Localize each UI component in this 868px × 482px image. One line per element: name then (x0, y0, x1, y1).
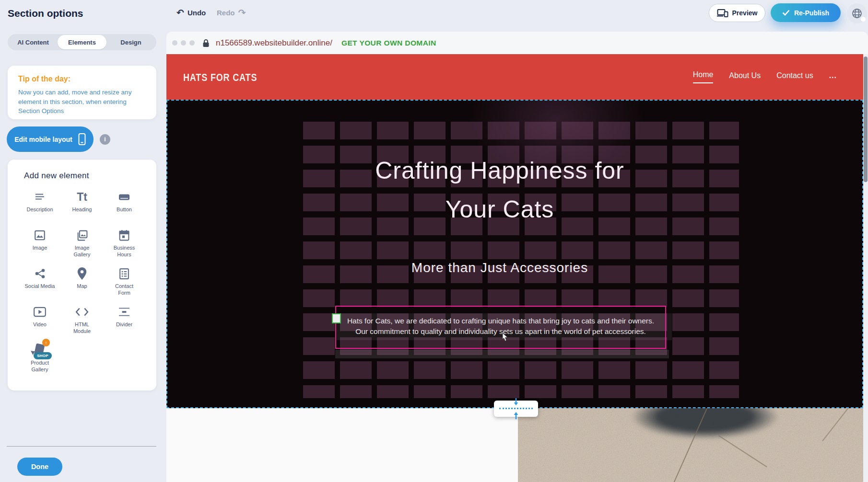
element-label: Contact Form (115, 283, 133, 297)
video-icon (33, 304, 47, 320)
preview-scrollbar-thumb[interactable] (864, 57, 868, 182)
hero-heading[interactable]: Crafting Happiness for Your Cats (166, 151, 833, 229)
language-globe-button[interactable] (847, 3, 867, 23)
app-window: Section options ↶ Undo Redo ↷ Preview Re… (0, 0, 868, 482)
heading-icon: Tt (77, 189, 87, 205)
tip-title: Tip of the day: (18, 75, 146, 83)
tip-of-the-day-card: Tip of the day: Now you can add, move an… (8, 66, 156, 119)
tab-elements[interactable]: Elements (58, 35, 106, 49)
add-element-card: Add new element DescriptionTtHeadingButt… (8, 160, 156, 390)
element-label: Map (77, 283, 87, 290)
edit-mobile-label: Edit mobile layout (14, 136, 72, 143)
done-button[interactable]: Done (17, 458, 62, 476)
phone-icon (78, 133, 86, 145)
element-label: HTML Module (73, 321, 91, 335)
undo-label: Undo (188, 9, 206, 17)
description-icon (33, 189, 47, 205)
element-business-hours[interactable]: Business Hours (103, 228, 145, 261)
floor-photo (518, 408, 863, 482)
element-label: Button (117, 207, 132, 213)
image-icon (34, 228, 46, 243)
edit-mobile-layout-button[interactable]: Edit mobile layout (7, 126, 94, 152)
element-label: Video (33, 321, 47, 328)
nav-more-menu[interactable]: ... (829, 71, 837, 83)
element-image-gallery[interactable]: Image Gallery (61, 228, 103, 261)
section-resize-handle[interactable] (494, 401, 538, 417)
site-logo[interactable]: HATS FOR CATS (183, 71, 257, 84)
text-under-strip (335, 350, 669, 358)
nav-item-home[interactable]: Home (693, 70, 714, 83)
redo-button[interactable]: Redo ↷ (217, 8, 246, 17)
globe-notification-dot (861, 17, 866, 22)
browser-bar: n1566589.websitebuilder.online/ GET YOUR… (166, 32, 868, 54)
element-label: Business Hours (114, 245, 135, 258)
element-description[interactable]: Description (19, 189, 61, 223)
element-product-gallery[interactable]: ↑SHOPProduct Gallery (19, 343, 61, 376)
element-label: Heading (72, 207, 92, 213)
undo-button[interactable]: ↶ Undo (176, 8, 206, 17)
hero-content: Crafting Happiness for Your Cats More th… (166, 100, 833, 408)
element-button[interactable]: Button (103, 189, 145, 223)
divider-icon (117, 304, 131, 320)
element-html-module[interactable]: HTML Module (61, 304, 103, 338)
element-video[interactable]: Video (19, 304, 61, 338)
preview-button[interactable]: Preview (709, 4, 765, 22)
image-gallery-icon (75, 228, 89, 243)
product-gallery-icon: ↑SHOP (32, 343, 48, 358)
next-section-white-half (166, 408, 518, 482)
panel-tabbar: AI ContentElementsDesign (8, 34, 156, 50)
url-text[interactable]: n1566589.websitebuilder.online/ (216, 38, 332, 48)
redo-icon: ↷ (238, 8, 246, 17)
element-label: Product Gallery (31, 360, 49, 373)
republish-label: Re-Publish (794, 9, 829, 17)
contact-form-icon (118, 266, 130, 281)
element-label: Image Gallery (74, 245, 91, 258)
element-map[interactable]: Map (61, 266, 103, 299)
site-nav: HomeAbout UsContact us... (693, 54, 837, 100)
cat-shadow (602, 408, 808, 454)
get-your-own-domain-link[interactable]: GET YOUR OWN DOMAIN (341, 39, 436, 47)
site-header: HATS FOR CATS HomeAbout UsContact us... (166, 54, 863, 100)
info-icon[interactable]: i (100, 134, 110, 145)
site-preview-viewport: HATS FOR CATS HomeAbout UsContact us... … (166, 54, 863, 482)
devices-icon (717, 9, 728, 17)
tab-ai-content[interactable]: AI Content (9, 35, 58, 49)
business-hours-icon (118, 228, 130, 243)
element-label: Social Media (25, 283, 55, 290)
element-image[interactable]: Image (19, 228, 61, 261)
add-element-title: Add new element (8, 171, 156, 181)
social-media-icon (34, 266, 47, 281)
browser-dots-icon (172, 40, 195, 46)
add-element-grid: DescriptionTtHeadingButtonImageImage Gal… (8, 189, 156, 376)
html-module-icon (75, 304, 89, 320)
element-label: Divider (116, 321, 132, 328)
resize-arrows-icon (512, 398, 520, 420)
element-contact-form[interactable]: Contact Form (103, 266, 145, 299)
resize-corner-handle[interactable] (332, 313, 341, 323)
redo-label: Redo (217, 9, 235, 17)
element-label: Image (33, 245, 47, 252)
hero-section[interactable]: Crafting Happiness for Your Cats More th… (166, 100, 863, 408)
tab-design[interactable]: Design (106, 35, 155, 49)
check-icon (782, 10, 790, 16)
element-divider[interactable]: Divider (103, 304, 145, 338)
preview-label: Preview (732, 9, 758, 17)
sidebar-divider (7, 446, 156, 447)
lock-icon (202, 39, 210, 47)
preview-scrollbar[interactable] (863, 54, 868, 482)
map-pin-icon (77, 266, 87, 281)
hero-subheading[interactable]: More than Just Accessories (166, 260, 833, 275)
tip-body: Now you can add, move and resize any ele… (18, 88, 146, 116)
element-label: Description (26, 207, 53, 213)
hero-paragraph[interactable]: Hats for Cats, we are dedicated to craft… (337, 316, 664, 336)
selected-text-element[interactable]: Hats for Cats, we are dedicated to craft… (335, 306, 666, 349)
page-title: Section options (8, 8, 83, 19)
button-icon (117, 189, 131, 205)
undo-icon: ↶ (176, 8, 184, 17)
element-heading[interactable]: TtHeading (61, 189, 103, 223)
nav-item-about-us[interactable]: About Us (729, 71, 761, 83)
element-social-media[interactable]: Social Media (19, 266, 61, 299)
nav-item-contact-us[interactable]: Contact us (776, 71, 813, 83)
republish-button[interactable]: Re-Publish (771, 3, 841, 22)
